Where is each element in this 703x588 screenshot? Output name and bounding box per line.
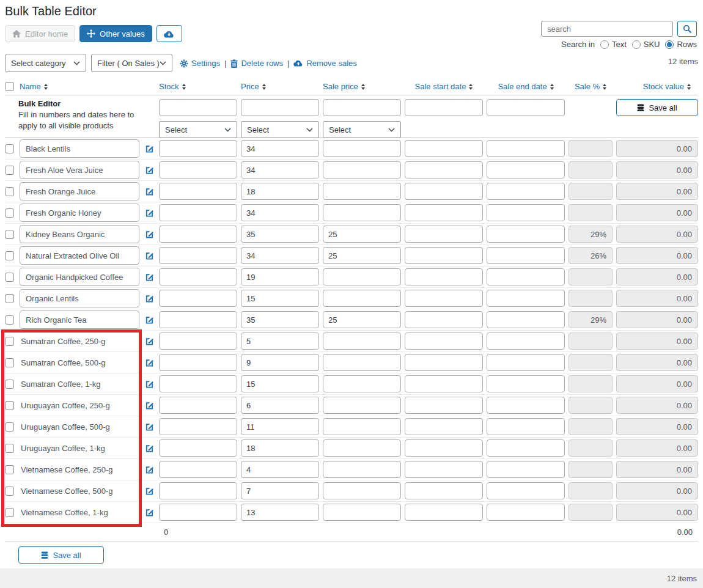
save-all-button-bottom[interactable]: Save all	[18, 546, 104, 564]
product-name-input[interactable]	[20, 204, 139, 222]
edit-button[interactable]	[143, 315, 155, 325]
sale-start-date-input[interactable]	[405, 439, 483, 457]
category-select[interactable]: Select category	[5, 54, 86, 72]
stock-input[interactable]	[159, 439, 237, 457]
sale-price-input[interactable]	[323, 311, 401, 328]
sale-price-input[interactable]	[323, 333, 401, 350]
stock-input[interactable]	[159, 482, 237, 499]
sale-end-date-input[interactable]	[487, 183, 565, 200]
price-input[interactable]	[241, 439, 319, 457]
sale-start-date-input[interactable]	[405, 311, 483, 328]
row-checkbox[interactable]	[5, 487, 14, 496]
sale-end-date-input[interactable]	[487, 333, 565, 350]
radio-circle[interactable]	[632, 40, 641, 49]
price-input[interactable]	[241, 354, 319, 371]
product-name-input[interactable]	[20, 246, 139, 265]
edit-button[interactable]	[143, 166, 155, 175]
stock-input[interactable]	[159, 183, 237, 200]
stock-input[interactable]	[159, 354, 237, 371]
sale-price-input[interactable]	[323, 482, 401, 499]
stock-input[interactable]	[159, 397, 237, 414]
cloud-download-button[interactable]	[156, 25, 182, 42]
column-header-price[interactable]: Price	[241, 82, 319, 91]
sale-price-input[interactable]	[323, 354, 401, 371]
price-input[interactable]	[241, 204, 319, 221]
row-checkbox[interactable]	[5, 337, 14, 346]
bulk-price-select[interactable]: Select	[241, 121, 319, 138]
sale-end-date-input[interactable]	[487, 439, 565, 457]
price-input[interactable]	[241, 375, 319, 392]
sale-start-date-input[interactable]	[405, 247, 483, 264]
sale-price-input[interactable]	[323, 247, 401, 264]
stock-input[interactable]	[159, 268, 237, 285]
sale-start-date-input[interactable]	[405, 375, 483, 392]
edit-button[interactable]	[143, 487, 155, 496]
column-header-name[interactable]: Name	[20, 82, 139, 91]
price-input[interactable]	[241, 333, 319, 350]
sale-start-date-input[interactable]	[405, 482, 483, 499]
stock-input[interactable]	[159, 461, 237, 478]
row-checkbox[interactable]	[5, 401, 14, 410]
bulk-price-input[interactable]	[241, 99, 319, 116]
sale-end-date-input[interactable]	[487, 354, 565, 371]
edit-button[interactable]	[143, 358, 155, 367]
stock-input[interactable]	[159, 418, 237, 435]
product-name-input[interactable]	[20, 161, 139, 179]
settings-link[interactable]: Settings	[180, 59, 220, 68]
sale-start-date-input[interactable]	[405, 204, 483, 221]
sale-end-date-input[interactable]	[487, 140, 565, 157]
price-input[interactable]	[241, 268, 319, 285]
edit-button[interactable]	[143, 273, 155, 282]
row-checkbox[interactable]	[5, 208, 14, 218]
radio-text[interactable]: Text	[600, 40, 627, 49]
edit-button[interactable]	[143, 422, 155, 432]
select-all-checkbox[interactable]	[5, 82, 14, 91]
price-input[interactable]	[241, 482, 319, 499]
remove-sales-link[interactable]: Remove sales	[293, 59, 356, 68]
stock-input[interactable]	[159, 290, 237, 307]
sale-start-date-input[interactable]	[405, 183, 483, 200]
price-input[interactable]	[241, 290, 319, 307]
sale-end-date-input[interactable]	[487, 311, 565, 328]
product-name-input[interactable]	[20, 182, 139, 200]
stock-input[interactable]	[159, 311, 237, 328]
radio-sku[interactable]: SKU	[632, 40, 660, 49]
row-checkbox[interactable]	[5, 508, 14, 517]
sale-end-date-input[interactable]	[487, 161, 565, 178]
sale-price-input[interactable]	[323, 140, 401, 157]
sale-end-date-input[interactable]	[487, 375, 565, 392]
sale-price-input[interactable]	[323, 397, 401, 414]
sale-start-date-input[interactable]	[405, 268, 483, 285]
sale-end-date-input[interactable]	[487, 418, 565, 435]
stock-input[interactable]	[159, 140, 237, 157]
stock-input[interactable]	[159, 161, 237, 178]
sale-price-input[interactable]	[323, 418, 401, 435]
row-checkbox[interactable]	[5, 380, 14, 389]
sale-end-date-input[interactable]	[487, 204, 565, 221]
edit-button[interactable]	[143, 294, 155, 303]
price-input[interactable]	[241, 418, 319, 435]
edit-button[interactable]	[143, 508, 155, 517]
column-header-sale-percent[interactable]: Sale %	[569, 82, 613, 91]
price-input[interactable]	[241, 247, 319, 264]
radio-circle-checked[interactable]	[665, 40, 674, 49]
row-checkbox[interactable]	[5, 358, 14, 367]
edit-button[interactable]	[143, 208, 155, 218]
delete-rows-link[interactable]: Delete rows	[230, 59, 283, 68]
row-checkbox[interactable]	[5, 294, 14, 303]
row-checkbox[interactable]	[5, 144, 14, 153]
column-header-sale-end-date[interactable]: Sale end date	[487, 82, 565, 91]
stock-input[interactable]	[159, 204, 237, 221]
product-name-input[interactable]	[20, 225, 139, 243]
edit-button[interactable]	[143, 401, 155, 410]
price-input[interactable]	[241, 226, 319, 243]
search-button[interactable]	[677, 21, 697, 37]
sale-price-input[interactable]	[323, 290, 401, 307]
filter-select[interactable]: Filter ( On Sales )	[91, 54, 172, 72]
sale-end-date-input[interactable]	[487, 226, 565, 243]
product-name-input[interactable]	[20, 311, 139, 329]
sale-start-date-input[interactable]	[405, 461, 483, 478]
sale-price-input[interactable]	[323, 461, 401, 478]
price-input[interactable]	[241, 461, 319, 478]
price-input[interactable]	[241, 183, 319, 200]
